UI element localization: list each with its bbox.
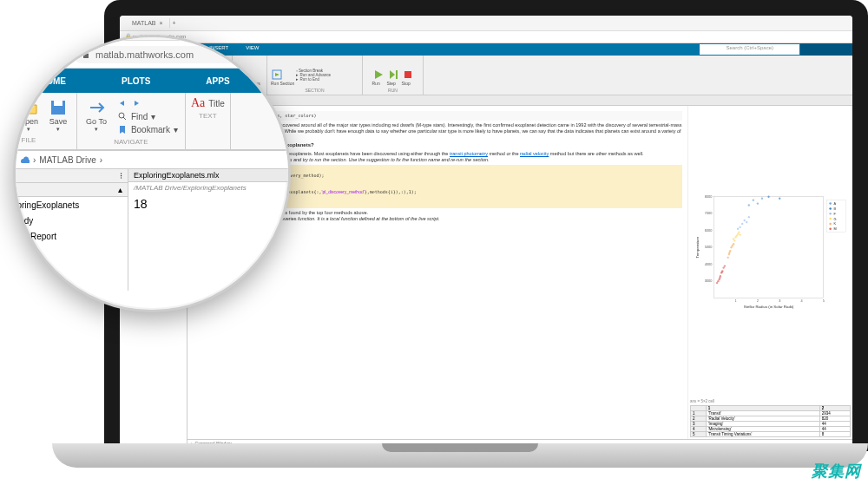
ribbon-tab-apps[interactable]: APPS [178, 69, 257, 93]
bg-browser-tab[interactable]: MATLAB × [125, 18, 170, 28]
svg-point-42 [730, 246, 732, 248]
svg-point-30 [746, 221, 747, 223]
file-item[interactable]: IncidentReport [13, 228, 128, 244]
svg-point-40 [728, 253, 730, 255]
svg-text:6000: 6000 [705, 228, 713, 233]
svg-point-35 [736, 234, 738, 236]
find-button[interactable]: Find ▾ [117, 111, 178, 121]
toolstrip: New▾ Open▾ Save▾ FILE Go To▾ Find ▾ Book… [13, 93, 291, 150]
nav-fwd[interactable] [131, 98, 141, 108]
svg-text:1: 1 [735, 298, 737, 303]
run-to-end-button[interactable]: ▸ Run to End [296, 77, 331, 82]
svg-point-47 [717, 280, 719, 282]
svg-point-68 [829, 227, 832, 230]
table-caption: ans = 5×2 cell [690, 399, 851, 403]
svg-point-29 [744, 220, 746, 221]
svg-text:5: 5 [823, 298, 825, 303]
text-style-button[interactable]: Aa Title [191, 96, 225, 110]
group-label: TEXT [191, 112, 225, 120]
editor-tab[interactable]: ExploringExoplanets.mlx [128, 169, 291, 182]
svg-point-33 [733, 238, 734, 239]
ribbon-tab-plots[interactable]: PLOTS [94, 69, 178, 93]
bg-ribbon-tab[interactable]: VIEW [237, 43, 267, 56]
svg-rect-7 [713, 197, 824, 298]
svg-point-46 [728, 252, 730, 253]
svg-point-56 [721, 271, 723, 272]
svg-rect-6 [404, 71, 411, 78]
svg-point-64 [829, 218, 832, 220]
goto-button[interactable]: Go To▾ [82, 96, 110, 136]
bg-search-box[interactable]: Search (Ctrl+Space) [700, 44, 799, 55]
run-button[interactable]: Run [372, 69, 385, 86]
bg-tab-strip: MATLAB × + [120, 16, 852, 31]
result-table: 121'Transit'29342'Radial Velocity'8203'I… [690, 405, 851, 437]
magnifier-lens: MATLAB × matlab.mathworks.com HOME PLOTS… [13, 35, 291, 312]
home-icon[interactable] [52, 49, 64, 61]
svg-point-25 [767, 196, 769, 198]
svg-text:3000: 3000 [705, 279, 713, 283]
svg-point-49 [720, 275, 721, 277]
bg-new-tab[interactable]: + [170, 20, 175, 26]
path-segment[interactable]: MATLAB Drive [39, 155, 95, 165]
svg-text:K: K [834, 221, 837, 226]
watermark: 聚集网 [812, 461, 861, 482]
svg-point-44 [733, 243, 734, 245]
svg-point-22 [753, 199, 754, 200]
svg-text:G: G [834, 217, 837, 221]
bg-ribbon: APPS LIVE EDITOR INSERT VIEW Search (Ctr… [120, 43, 852, 56]
svg-point-31 [748, 216, 750, 218]
editor-breadcrumb: /MATLAB Drive/ExploringExoplanets [128, 182, 291, 193]
up-icon[interactable] [13, 154, 14, 166]
svg-point-27 [739, 226, 740, 228]
link[interactable]: transit photometry [450, 151, 488, 156]
files-panel: ▾ Files⁝ Name▴ ExploringExoplanetsflexBo… [13, 169, 128, 291]
svg-text:B: B [834, 206, 837, 211]
svg-point-45 [727, 257, 729, 259]
svg-point-26 [779, 198, 780, 200]
svg-point-34 [734, 236, 736, 238]
editor-tab[interactable]: ExploringExoplanets.mlx × [187, 95, 852, 106]
svg-text:7000: 7000 [705, 211, 713, 215]
run-section-button[interactable]: Run Section [271, 69, 294, 86]
svg-text:4000: 4000 [705, 262, 713, 266]
svg-rect-5 [396, 70, 398, 79]
svg-point-28 [741, 223, 743, 225]
svg-point-32 [737, 228, 739, 230]
svg-point-62 [829, 213, 832, 215]
open-button[interactable]: Open▾ [16, 96, 42, 134]
bg-url-bar[interactable]: 🔒 matlab.mathworks.com [120, 31, 852, 43]
stop-button[interactable]: Stop [402, 69, 414, 86]
file-item[interactable]: ExploringExoplanets [13, 197, 128, 213]
svg-text:Temperature: Temperature [695, 236, 700, 258]
panel-menu-icon[interactable]: ⁝ [120, 171, 122, 180]
svg-point-37 [733, 239, 735, 241]
svg-point-53 [724, 265, 726, 266]
path-bar[interactable]: › MATLAB Drive › [13, 150, 291, 169]
cloud-icon [17, 154, 30, 166]
svg-point-66 [829, 223, 832, 226]
nav-back[interactable] [117, 98, 178, 108]
workspace-body: ▾ Files⁝ Name▴ ExploringExoplanetsflexBo… [13, 169, 291, 291]
forward-icon[interactable] [13, 49, 23, 61]
svg-rect-70 [83, 54, 89, 58]
ribbon-tab-home[interactable]: HOME [13, 69, 94, 93]
file-item[interactable]: flexBody [13, 213, 128, 228]
laptop-base [52, 443, 868, 468]
svg-point-38 [738, 231, 740, 233]
editor-value: 18 [128, 193, 291, 214]
svg-text:M: M [834, 226, 837, 231]
reload-icon[interactable] [31, 49, 43, 61]
svg-text:4: 4 [800, 298, 803, 303]
svg-text:3: 3 [779, 298, 780, 303]
step-button[interactable]: Step [387, 69, 399, 86]
svg-text:A: A [834, 201, 837, 206]
svg-point-60 [829, 207, 832, 210]
bookmark-button[interactable]: Bookmark ▾ [117, 124, 178, 134]
svg-rect-73 [54, 101, 62, 106]
svg-text:5000: 5000 [705, 245, 713, 249]
svg-text:8000: 8000 [705, 194, 713, 199]
svg-point-43 [732, 245, 733, 246]
output-panel: 30004000500060007000800012345Temperature… [687, 106, 852, 439]
save-button[interactable]: Save▾ [45, 96, 71, 134]
link[interactable]: radial velocity [520, 151, 549, 156]
